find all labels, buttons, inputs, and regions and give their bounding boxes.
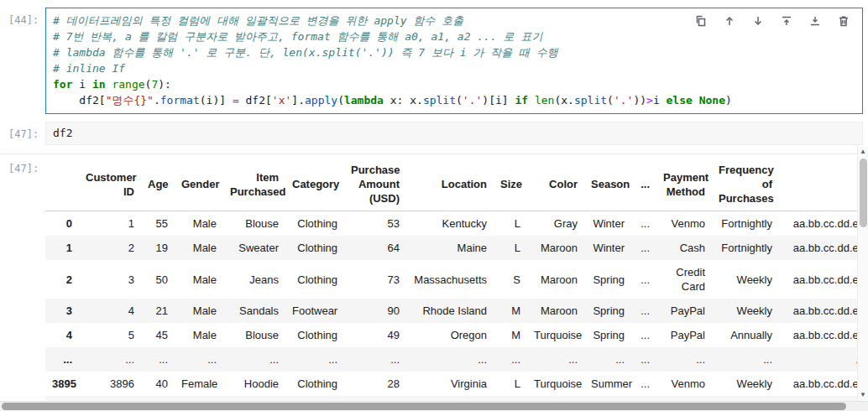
move-cell-up-button[interactable] bbox=[723, 13, 738, 29]
table-cell: Clothing bbox=[285, 323, 344, 347]
table-row: 4545MaleBlouseClothing49OregonMTurquoise… bbox=[45, 323, 868, 347]
notebook: [44]: # 데이터프레임의 특정 컬럼에 대해 일괄적으로 변경을 위한 a… bbox=[0, 0, 868, 411]
column-header bbox=[45, 158, 79, 211]
row-index: 1 bbox=[45, 236, 79, 260]
code-line: # 7번 반복, a 를 칼럼 구분자로 받아주고, format 함수를 통해… bbox=[53, 29, 855, 44]
table-cell: 53 bbox=[344, 211, 406, 237]
table-cell: L bbox=[494, 236, 527, 260]
table-cell: ... bbox=[406, 347, 494, 372]
table-cell: Venmo bbox=[656, 211, 712, 237]
table-cell: 5 bbox=[79, 323, 141, 347]
table-cell: Blouse bbox=[223, 211, 285, 237]
horizontal-scrollbar-thumb[interactable] bbox=[2, 403, 846, 410]
table-body: 0155MaleBlouseClothing53KentuckyLGrayWin… bbox=[45, 211, 868, 411]
table-cell: Winter bbox=[584, 211, 631, 237]
table-cell: Female bbox=[175, 372, 223, 396]
table-cell: Maroon bbox=[527, 260, 584, 299]
table-cell: 19 bbox=[141, 236, 175, 260]
table-cell: ... bbox=[779, 347, 868, 372]
table-cell: Spring bbox=[584, 299, 631, 323]
table-cell: M bbox=[494, 323, 527, 347]
code-cell: [44]: # 데이터프레임의 특정 컬럼에 대해 일괄적으로 변경을 위한 a… bbox=[0, 0, 868, 114]
table-cell: S bbox=[494, 260, 527, 299]
table-cell: Virginia bbox=[406, 372, 494, 396]
second-code-cell: [47]: df2 bbox=[0, 122, 868, 145]
table-cell: aa.bb.cc.dd.ee bbox=[779, 236, 868, 260]
column-header: Season bbox=[584, 158, 631, 211]
table-cell: 64 bbox=[344, 236, 406, 260]
table-header: Customer IDAgeGenderItem PurchasedCatego… bbox=[45, 158, 868, 211]
row-index: 2 bbox=[45, 260, 79, 299]
table-cell: L bbox=[494, 372, 527, 396]
table-cell: Kentucky bbox=[406, 211, 494, 237]
table-cell: aa.bb.cc.dd.ee bbox=[779, 299, 868, 323]
second-cell-editor[interactable]: df2 bbox=[45, 122, 863, 145]
table-cell: Footwear bbox=[285, 299, 344, 323]
table-cell: Turquoise bbox=[527, 372, 584, 396]
arrow-up-icon bbox=[723, 14, 738, 28]
column-header: Color bbox=[527, 158, 584, 211]
table-cell: aa.bb.cc.dd.ee bbox=[779, 372, 868, 396]
row-index: 3895 bbox=[45, 372, 79, 396]
table-cell: 1 bbox=[79, 211, 141, 237]
row-index: 3 bbox=[45, 299, 79, 323]
code-line: # lambda 함수를 통해 '.' 로 구분. 단, len(x.split… bbox=[53, 44, 855, 60]
table-cell: ... bbox=[527, 347, 584, 372]
second-cell-code: df2 bbox=[53, 127, 72, 139]
dataframe-table: Customer IDAgeGenderItem PurchasedCatego… bbox=[45, 158, 868, 411]
table-cell: Turquoise bbox=[527, 323, 584, 347]
second-cell-prompt: [47]: bbox=[0, 122, 45, 140]
table-cell: ... bbox=[223, 347, 285, 372]
table-cell: 28 bbox=[344, 372, 406, 396]
column-header: Payment Method bbox=[656, 158, 712, 211]
table-cell: Clothing bbox=[285, 372, 344, 396]
output-horizontal-scrollbar[interactable] bbox=[0, 401, 868, 411]
insert-cell-below-button[interactable] bbox=[808, 13, 824, 29]
table-cell: Fortnightly bbox=[712, 211, 779, 237]
code-line: for i in range(7): bbox=[53, 76, 855, 92]
table-cell: 45 bbox=[141, 323, 175, 347]
column-header: ... bbox=[631, 158, 656, 211]
column-header: Location bbox=[406, 158, 494, 211]
table-row: 3895389640FemaleHoodieClothing28Virginia… bbox=[45, 372, 868, 396]
table-cell: 49 bbox=[344, 323, 406, 347]
table-cell: 90 bbox=[344, 299, 406, 323]
table-cell: ... bbox=[285, 347, 344, 372]
column-header: Frequency of Purchases bbox=[712, 158, 779, 211]
table-cell: Maroon bbox=[527, 236, 584, 260]
table-cell: 73 bbox=[344, 260, 406, 299]
table-cell: ... bbox=[631, 347, 656, 372]
scroll-up-arrow-icon[interactable]: ▲ bbox=[858, 146, 868, 158]
code-line: df2["명수{}".format(i)] = df2['x'].apply(l… bbox=[53, 92, 855, 108]
row-index: 0 bbox=[45, 211, 79, 237]
table-cell: Weekly bbox=[712, 260, 779, 299]
output-vertical-scrollbar[interactable]: ▲ ▼ bbox=[857, 146, 868, 401]
table-cell: ... bbox=[631, 299, 656, 323]
duplicate-cell-button[interactable] bbox=[694, 13, 709, 29]
table-row: 1219MaleSweaterClothing64MaineLMaroonWin… bbox=[45, 236, 868, 260]
code-line: # inline If bbox=[53, 60, 855, 76]
scroll-down-arrow-icon[interactable]: ▼ bbox=[858, 389, 868, 401]
column-header: Purchase Amount (USD) bbox=[344, 158, 406, 211]
move-cell-down-button[interactable] bbox=[751, 13, 766, 29]
vertical-scrollbar-thumb[interactable] bbox=[860, 159, 867, 227]
output-prompt: [47]: bbox=[0, 154, 45, 174]
table-cell: Venmo bbox=[656, 372, 712, 396]
table-cell: PayPal bbox=[656, 323, 712, 347]
code-editor[interactable]: # 데이터프레임의 특정 컬럼에 대해 일괄적으로 변경을 위한 apply 함… bbox=[45, 8, 863, 114]
delete-cell-button[interactable] bbox=[837, 13, 852, 29]
table-cell: Winter bbox=[584, 236, 631, 260]
insert-cell-above-button[interactable] bbox=[780, 13, 795, 29]
row-index: ... bbox=[45, 347, 79, 372]
table-cell: Spring bbox=[584, 260, 631, 299]
cell-toolbar bbox=[693, 12, 854, 30]
table-cell: Male bbox=[175, 260, 223, 299]
table-cell: ... bbox=[79, 347, 141, 372]
table-cell: Male bbox=[175, 323, 223, 347]
table-cell: Maroon bbox=[527, 299, 584, 323]
table-cell: 55 bbox=[141, 211, 175, 237]
table-row: 3421MaleSandalsFootwear90Rhode IslandMMa… bbox=[45, 299, 868, 323]
table-cell: Maine bbox=[406, 236, 494, 260]
insert-above-icon bbox=[780, 14, 795, 28]
table-cell: ... bbox=[494, 347, 527, 372]
